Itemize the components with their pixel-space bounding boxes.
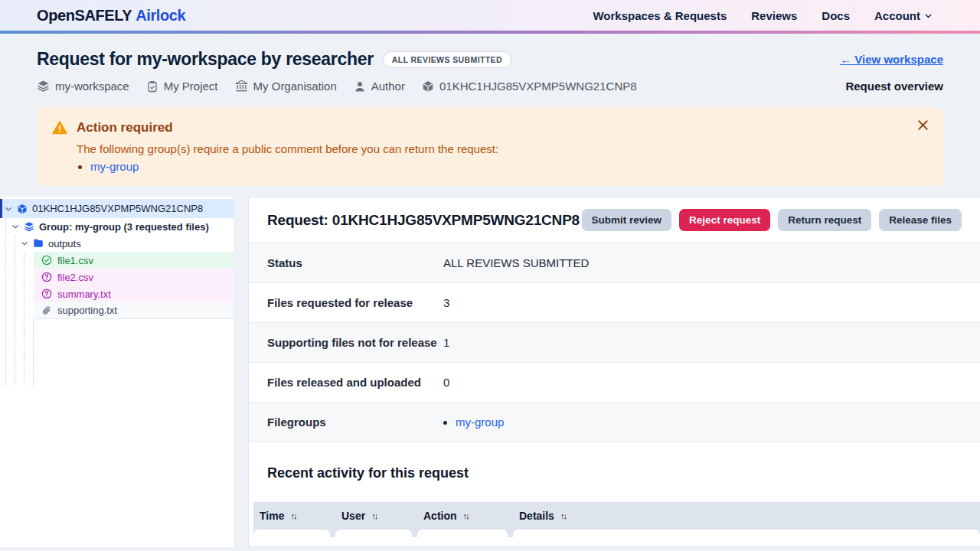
- cube-icon: [17, 204, 28, 214]
- tree-item-request-root[interactable]: 01KHC1HJG85VXPMP5WNG21CNP8: [0, 199, 234, 218]
- reject-request-button[interactable]: Reject request: [679, 209, 770, 231]
- request-panel: Request: 01KHC1HJG85VXPMP5WNG21CNP8 Subm…: [248, 197, 980, 547]
- brand-name: OpenSAFELY: [37, 7, 132, 24]
- submit-review-button[interactable]: Submit review: [582, 209, 672, 231]
- activity-cell: [417, 530, 508, 537]
- chevron-down-icon: [21, 240, 28, 247]
- meta-author: Author: [354, 80, 405, 93]
- nav-items: Workspaces & Requests Reviews Docs Accou…: [593, 9, 933, 22]
- meta-workspace: my-workspace: [37, 80, 129, 93]
- chevron-down-icon: [11, 223, 19, 230]
- activity-cell: [513, 530, 980, 537]
- tree-guide-line: [33, 319, 34, 385]
- detail-row-filegroups: Filegroups my-group: [249, 403, 980, 442]
- detail-row-status: Status ALL REVIEWS SUBMITTED: [249, 243, 980, 283]
- chevron-down-icon: [924, 11, 933, 20]
- tree-item-label: file1.csv: [57, 255, 93, 266]
- cube-icon: [422, 80, 434, 93]
- request-overview-label: Request overview: [845, 80, 943, 93]
- close-icon[interactable]: [913, 115, 933, 135]
- list-item: my-group: [456, 416, 504, 429]
- request-panel-title: Request: 01KHC1HJG85VXPMP5WNG21CNP8: [267, 212, 580, 229]
- alert-group-list: my-group: [90, 160, 913, 173]
- activity-cell: [335, 530, 412, 537]
- folder-icon: [33, 238, 44, 249]
- my-group-link[interactable]: my-group: [90, 160, 139, 173]
- page-header: Request for my-workspace by researcher A…: [0, 34, 980, 93]
- check-circle-icon: [41, 255, 52, 266]
- detail-row-files-requested: Files requested for release 3: [249, 283, 980, 323]
- tree-item-group[interactable]: Group: my-group (3 requested files): [0, 218, 234, 235]
- tree-item-label: 01KHC1HJG85VXPMP5WNG21CNP8: [32, 203, 203, 214]
- nav-account-menu[interactable]: Account: [874, 9, 933, 22]
- tree-item-file1[interactable]: file1.csv: [34, 252, 234, 269]
- activity-table-header: Time↑↓ User↑↓ Action↑↓ Details↑↓: [253, 502, 980, 530]
- file-tree-sidebar: 01KHC1HJG85VXPMP5WNG21CNP8 Group: my-gro…: [0, 197, 234, 547]
- activity-cell: [253, 530, 330, 537]
- layers-icon: [37, 80, 50, 93]
- return-request-button[interactable]: Return request: [778, 209, 871, 231]
- question-circle-icon: [41, 272, 52, 282]
- nav-docs[interactable]: Docs: [822, 9, 850, 22]
- meta-organisation: My Organisation: [235, 80, 337, 93]
- activity-table: Time↑↓ User↑↓ Action↑↓ Details↑↓: [253, 502, 980, 537]
- nav-workspaces-requests[interactable]: Workspaces & Requests: [593, 9, 727, 22]
- tree-item-label: Group: my-group (3 requested files): [39, 221, 209, 233]
- alert-title: Action required: [77, 120, 913, 135]
- release-files-button[interactable]: Release files: [879, 209, 962, 231]
- sort-icon: ↑↓: [371, 511, 377, 520]
- tree-item-label: file2.csv: [57, 272, 93, 283]
- brand-product: Airlock: [136, 7, 185, 24]
- page-title: Request for my-workspace by researcher: [37, 49, 374, 70]
- request-actions: Submit review Reject request Return requ…: [582, 209, 962, 231]
- list-item: my-group: [90, 160, 913, 173]
- meta-project: My Project: [146, 80, 218, 93]
- sort-icon: ↑↓: [463, 511, 469, 520]
- layers-icon: [24, 221, 34, 232]
- tree-guide-line: [5, 218, 6, 385]
- status-badge: ALL REVIEWS SUBMITTED: [383, 51, 511, 68]
- warning-icon: [52, 120, 67, 135]
- clipboard-icon: [146, 80, 158, 93]
- tree-item-summary[interactable]: summary.txt: [34, 285, 234, 302]
- detail-row-supporting-files: Supporting files not for release 1: [249, 323, 980, 363]
- nav-reviews[interactable]: Reviews: [751, 9, 797, 22]
- column-header-time[interactable]: Time↑↓: [253, 510, 330, 522]
- activity-section-title: Recent activity for this request: [267, 465, 962, 481]
- detail-row-files-released: Files released and uploaded 0: [249, 363, 980, 403]
- filegroup-link[interactable]: my-group: [456, 416, 504, 429]
- alert-message: The following group(s) require a public …: [77, 142, 913, 155]
- tree-item-supporting[interactable]: supporting.txt: [34, 302, 234, 319]
- tree-guide-line: [15, 235, 15, 385]
- table-row: [253, 530, 980, 537]
- sort-icon: ↑↓: [560, 511, 566, 520]
- question-circle-icon: [41, 289, 52, 299]
- tree-item-label: supporting.txt: [57, 305, 117, 316]
- view-workspace-link[interactable]: ← View workspace: [840, 53, 943, 66]
- paperclip-icon: [41, 305, 52, 316]
- column-header-details[interactable]: Details↑↓: [513, 510, 980, 522]
- user-icon: [354, 80, 366, 93]
- organisation-icon: [235, 80, 248, 93]
- meta-request-id: 01KHC1HJG85VXPMP5WNG21CNP8: [422, 80, 637, 93]
- brand-logo[interactable]: OpenSAFELYAirlock: [37, 7, 185, 24]
- tree-guide-line: [24, 252, 24, 385]
- column-header-action[interactable]: Action↑↓: [417, 510, 508, 522]
- tree-item-label: summary.txt: [57, 289, 111, 300]
- action-required-alert: Action required The following group(s) r…: [37, 107, 943, 186]
- tree-item-file2[interactable]: file2.csv: [34, 269, 234, 285]
- sort-icon: ↑↓: [290, 511, 296, 520]
- tree-item-outputs-folder[interactable]: outputs: [0, 235, 234, 252]
- tree-item-label: outputs: [48, 238, 81, 249]
- breadcrumb: my-workspace My Project My Organisation …: [37, 80, 637, 93]
- column-header-user[interactable]: User↑↓: [335, 510, 412, 522]
- chevron-down-icon: [5, 205, 12, 213]
- top-navigation: OpenSAFELYAirlock Workspaces & Requests …: [0, 0, 980, 31]
